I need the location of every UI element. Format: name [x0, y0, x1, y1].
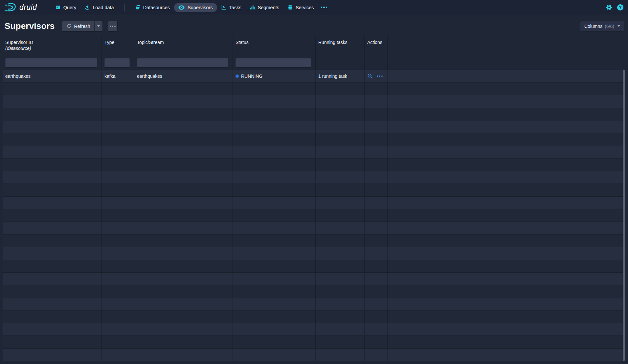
empty-table-row	[3, 235, 625, 247]
empty-table-row	[3, 222, 625, 235]
refresh-icon	[66, 24, 71, 29]
empty-table-row	[3, 247, 625, 260]
empty-table-row	[3, 146, 625, 159]
status-text: RUNNING	[241, 74, 262, 79]
empty-table-row	[3, 171, 625, 184]
empty-table-row	[3, 209, 625, 222]
empty-table-row	[3, 285, 625, 298]
refresh-button[interactable]: Refresh	[62, 21, 95, 31]
column-header-supervisor-id[interactable]: Supervisor ID (datasource)	[3, 37, 102, 56]
table-scrollbar[interactable]	[623, 70, 625, 361]
column-header-type[interactable]: Type	[102, 37, 134, 56]
supervisor-id-filter-input[interactable]	[5, 58, 97, 67]
column-sublabel: (datasource)	[5, 46, 101, 51]
druid-console: druid Query Load data Datasources	[0, 0, 628, 364]
brand-name: druid	[19, 3, 38, 12]
topic-stream-filter-input[interactable]	[137, 58, 228, 67]
columns-label: Columns	[584, 24, 602, 29]
cell-status[interactable]: RUNNING	[233, 70, 316, 82]
chevron-down-icon	[617, 25, 620, 27]
services-icon	[288, 5, 293, 10]
column-header-running-tasks[interactable]: Running tasks	[316, 37, 365, 56]
more-icon	[321, 7, 327, 8]
inspect-supervisor-icon[interactable]	[367, 73, 373, 79]
empty-table-row	[3, 95, 625, 108]
supervisor-row-earthquakes: earthquakes kafka earthquakes RUNNING 1 …	[3, 70, 625, 83]
nav-item-services[interactable]: Services	[283, 3, 318, 12]
nav-item-label: Services	[296, 5, 314, 10]
table-body: earthquakes kafka earthquakes RUNNING 1 …	[3, 70, 625, 361]
nav-item-query[interactable]: Query	[51, 3, 81, 12]
empty-table-row	[3, 273, 625, 286]
column-header-topic-stream[interactable]: Topic/Stream	[134, 37, 233, 56]
header-filler	[388, 37, 625, 56]
empty-table-row	[3, 349, 625, 361]
empty-table-row	[3, 310, 625, 323]
supervisor-actions-menu-icon[interactable]	[377, 75, 383, 77]
column-header-actions[interactable]: Actions	[365, 37, 388, 56]
nav-item-supervisors[interactable]: Supervisors	[174, 3, 217, 12]
nav-item-label: Segments	[258, 5, 279, 10]
empty-table-row	[3, 120, 625, 133]
tasks-icon	[221, 5, 226, 10]
nav-item-tasks[interactable]: Tasks	[217, 3, 246, 12]
columns-picker-button[interactable]: Columns (6/6)	[580, 21, 624, 31]
cell-running-tasks[interactable]: 1 running task	[316, 70, 365, 82]
load-data-icon	[85, 5, 90, 10]
nav-item-label: Supervisors	[188, 5, 213, 10]
supervisors-table: Supervisor ID (datasource) Type Topic/St…	[3, 37, 625, 361]
more-options-button[interactable]	[108, 21, 117, 31]
empty-table-row	[3, 260, 625, 273]
cell-actions	[365, 70, 388, 82]
cell-topic-stream[interactable]: earthquakes	[134, 70, 233, 82]
refresh-button-group: Refresh	[62, 21, 102, 31]
type-filter-input[interactable]	[104, 58, 130, 67]
nav-item-label: Tasks	[229, 5, 241, 10]
navbar-divider	[124, 4, 125, 11]
druid-logo[interactable]: druid	[5, 2, 38, 13]
empty-table-row	[3, 323, 625, 336]
column-label: Supervisor ID	[5, 40, 101, 45]
segments-icon	[250, 5, 255, 10]
nav-more-button[interactable]	[318, 5, 330, 10]
druid-logo-icon	[5, 2, 16, 13]
cell-type[interactable]: kafka	[102, 70, 134, 82]
columns-count: (6/6)	[605, 24, 614, 29]
empty-table-row	[3, 159, 625, 171]
nav-item-datasources[interactable]: Datasources	[131, 3, 174, 12]
cell-supervisor-id[interactable]: earthquakes	[3, 70, 102, 82]
nav-item-label: Load data	[93, 5, 114, 10]
navbar-right: ?	[606, 4, 623, 11]
chevron-down-icon	[97, 25, 100, 27]
empty-table-row	[3, 336, 625, 349]
column-header-status[interactable]: Status	[233, 37, 316, 56]
eye-icon	[178, 5, 185, 10]
page-title: Supervisors	[5, 21, 55, 31]
status-filter-input[interactable]	[236, 58, 311, 67]
empty-table-row	[3, 133, 625, 146]
nav-item-load-data[interactable]: Load data	[80, 3, 118, 12]
title-bar: Supervisors Refresh Columns (6/6)	[0, 15, 628, 37]
settings-gear-icon[interactable]	[606, 4, 612, 11]
empty-table-row	[3, 108, 625, 121]
top-navbar: druid Query Load data Datasources	[0, 0, 628, 15]
navbar-divider	[45, 4, 45, 11]
query-icon	[56, 5, 60, 10]
status-running-dot	[236, 75, 239, 78]
datasources-icon	[135, 5, 140, 10]
empty-table-row	[3, 184, 625, 197]
empty-table-row	[3, 197, 625, 209]
nav-item-label: Datasources	[143, 5, 170, 10]
empty-table-row	[3, 298, 625, 311]
nav-item-label: Query	[63, 5, 77, 10]
refresh-interval-dropdown-button[interactable]	[95, 21, 102, 31]
table-filter-row	[3, 56, 625, 70]
nav-item-segments[interactable]: Segments	[246, 3, 283, 12]
empty-table-row	[3, 83, 625, 96]
table-header-row: Supervisor ID (datasource) Type Topic/St…	[3, 37, 625, 56]
ellipsis-icon	[110, 26, 116, 27]
refresh-label: Refresh	[74, 24, 90, 29]
help-icon[interactable]: ?	[617, 4, 623, 11]
